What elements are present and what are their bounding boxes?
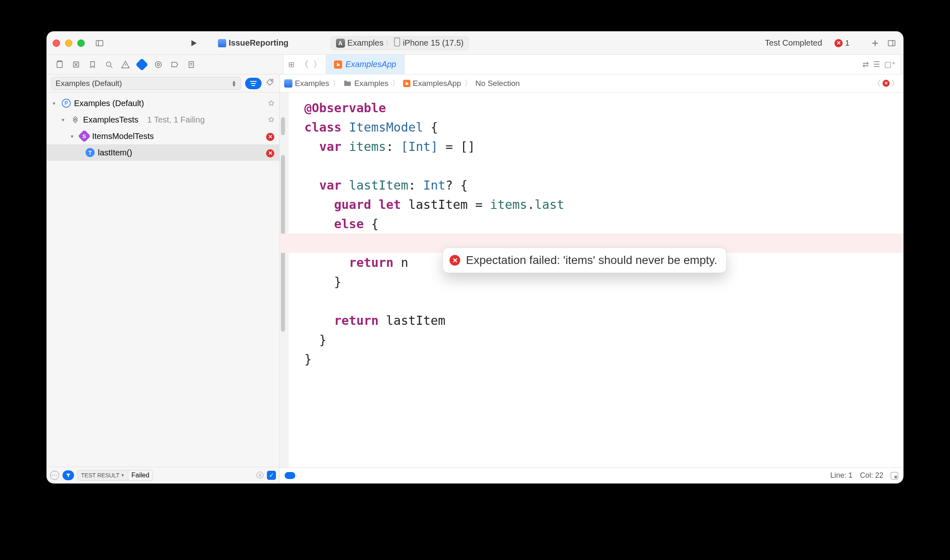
issue-count: 1 <box>845 39 850 48</box>
secondary-toolbar: ⊞ 〈 〉 ExamplesApp ⇄ ☰ ▢⁺ <box>47 55 903 74</box>
scheme-app-icon: A <box>336 39 345 48</box>
gear-icon[interactable]: ✿ <box>268 99 274 108</box>
test-navigator-tree: ▾ P Examples (Default) ✿ ▾ ExamplesTests… <box>47 93 279 467</box>
tree-suite-label: ExamplesTests <box>83 115 139 125</box>
bookmark-navigator-icon[interactable] <box>86 59 100 70</box>
tab-title: ExamplesApp <box>345 60 396 69</box>
project-navigator-icon[interactable] <box>53 59 67 70</box>
scope-row: Examples (Default) ▲▼ Examples 〉 Example… <box>47 74 903 93</box>
find-navigator-icon[interactable] <box>102 59 116 70</box>
popover-message: Expectation failed: 'items' should never… <box>466 254 717 267</box>
forward-button[interactable]: 〉 <box>312 58 323 71</box>
toggle-inspectors-icon[interactable] <box>886 37 897 49</box>
filter-menu-icon[interactable]: ⋯ <box>50 471 59 480</box>
error-icon: ✕ <box>883 80 890 87</box>
minimap-toggle-icon[interactable] <box>891 472 898 479</box>
svg-rect-3 <box>888 40 895 46</box>
source-editor: @Observable class ItemsModel { var items… <box>280 93 903 483</box>
jump-bar[interactable]: Examples 〉 Examples 〉 ExamplesApp 〉 No S… <box>280 74 903 92</box>
code-area[interactable]: @Observable class ItemsModel { var items… <box>280 93 903 467</box>
test-navigator-icon[interactable] <box>135 59 149 70</box>
error-icon: ✕ <box>450 255 460 266</box>
report-navigator-icon[interactable] <box>184 59 198 70</box>
run-button[interactable] <box>188 37 199 49</box>
svg-line-8 <box>111 66 113 68</box>
titlebar: IssueReporting A Examples 〉 iPhone 15 (1… <box>47 32 903 55</box>
only-failing-toggle[interactable]: ✓ <box>267 471 276 480</box>
bc-selection[interactable]: No Selection <box>475 79 520 88</box>
editor-tab-active[interactable]: ExamplesApp <box>326 55 405 74</box>
back-button[interactable]: 〈 <box>299 58 310 71</box>
test-plan-picker[interactable]: Examples (Default) ▲▼ <box>51 77 241 90</box>
editor-options: ⇄ ☰ ▢⁺ <box>862 60 900 69</box>
tree-suite[interactable]: ▾ ExamplesTests 1 Test, 1 Failing ✿ <box>47 111 279 128</box>
disclosure-icon[interactable]: ▾ <box>71 133 76 139</box>
issues-indicator[interactable]: ✕ 1 <box>834 39 850 48</box>
cursor-col: Col: 22 <box>860 471 883 480</box>
add-editor-icon[interactable]: ▢⁺ <box>884 60 896 69</box>
breakpoint-navigator-icon[interactable] <box>168 59 182 70</box>
debug-navigator-icon[interactable] <box>151 59 165 70</box>
tree-root[interactable]: ▾ P Examples (Default) ✿ <box>47 95 279 111</box>
bc-root[interactable]: Examples <box>295 79 329 88</box>
project-name: IssueReporting <box>229 38 289 48</box>
chevron-right-icon: 〉 <box>386 39 392 47</box>
svg-point-15 <box>271 80 272 81</box>
scheme-picker[interactable]: A Examples 〉 iPhone 15 (17.5) <box>331 36 469 50</box>
tag-filter-icon[interactable] <box>266 78 276 89</box>
test-class-icon: S <box>78 130 90 142</box>
tree-suite-info: 1 Test, 1 Failing <box>147 115 205 125</box>
chevron-right-icon: 〉 <box>391 78 401 89</box>
body: ▾ P Examples (Default) ✿ ▾ ExamplesTests… <box>47 93 903 483</box>
chevron-right-icon: 〉 <box>331 78 341 89</box>
chevron-down-icon: ▼ <box>121 473 125 477</box>
svg-point-7 <box>107 62 111 66</box>
issue-navigator-icon[interactable] <box>118 59 132 70</box>
svg-rect-2 <box>394 38 400 46</box>
toggle-navigator-icon[interactable] <box>94 37 105 49</box>
cursor-line: Line: 1 <box>830 471 853 480</box>
zoom-window-button[interactable] <box>77 39 85 47</box>
test-fail-icon: ✕ <box>266 148 274 157</box>
error-icon: ✕ <box>834 39 843 47</box>
disclosure-icon[interactable]: ▾ <box>62 117 67 123</box>
chevron-right-icon: 〉 <box>463 78 473 89</box>
svg-point-10 <box>157 63 160 66</box>
filter-token[interactable]: TEST RESULT▼ Failed <box>77 470 153 481</box>
related-items-icon[interactable]: ⊞ <box>286 60 297 69</box>
minimize-window-button[interactable] <box>65 39 72 47</box>
app-icon <box>218 39 226 47</box>
svg-rect-0 <box>96 40 103 46</box>
clear-filter-icon[interactable]: ⓧ <box>256 470 264 480</box>
test-plan-icon: P <box>62 99 71 108</box>
add-tab-button[interactable]: + <box>869 37 882 50</box>
filter-value: Failed <box>128 472 153 479</box>
active-filter-pill[interactable] <box>63 470 74 480</box>
gear-icon[interactable]: ✿ <box>268 115 274 124</box>
tree-test-selected[interactable]: T lastItem() ✕ <box>47 144 279 161</box>
refresh-preview-icon[interactable]: ⇄ <box>862 60 869 69</box>
device-name: iPhone 15 (17.5) <box>403 38 463 48</box>
editor-history-controls: ⊞ 〈 〉 <box>283 58 326 71</box>
editor-tab-bar: ⊞ 〈 〉 ExamplesApp ⇄ ☰ ▢⁺ <box>283 55 900 74</box>
next-issue-icon[interactable]: 〉 <box>891 78 899 89</box>
bc-folder[interactable]: Examples <box>354 79 388 88</box>
navigator-filter-bar: ⋯ TEST RESULT▼ Failed ⓧ ✓ <box>47 467 279 483</box>
tree-class[interactable]: ▾ S ItemsModelTests ✕ <box>47 128 279 144</box>
prev-issue-icon[interactable]: 〈 <box>873 78 881 89</box>
test-failure-popover[interactable]: ✕ Expectation failed: 'items' should nev… <box>443 248 727 273</box>
source-control-navigator-icon[interactable] <box>69 59 83 70</box>
status-text: Test Completed <box>477 38 826 48</box>
test-method-icon: T <box>86 148 95 157</box>
adjust-editor-options-icon[interactable]: ☰ <box>873 60 880 69</box>
project-icon <box>284 79 292 88</box>
svg-rect-5 <box>57 61 63 67</box>
disclosure-icon[interactable]: ▾ <box>53 100 58 106</box>
close-window-button[interactable] <box>53 39 60 47</box>
test-navigator: ▾ P Examples (Default) ✿ ▾ ExamplesTests… <box>47 93 280 483</box>
bc-file[interactable]: ExamplesApp <box>413 79 461 88</box>
filter-lines-toggle[interactable] <box>245 78 262 89</box>
project-indicator[interactable]: IssueReporting <box>213 36 294 50</box>
tree-class-label: ItemsModelTests <box>92 132 154 141</box>
debug-area-toggle[interactable] <box>285 472 295 479</box>
